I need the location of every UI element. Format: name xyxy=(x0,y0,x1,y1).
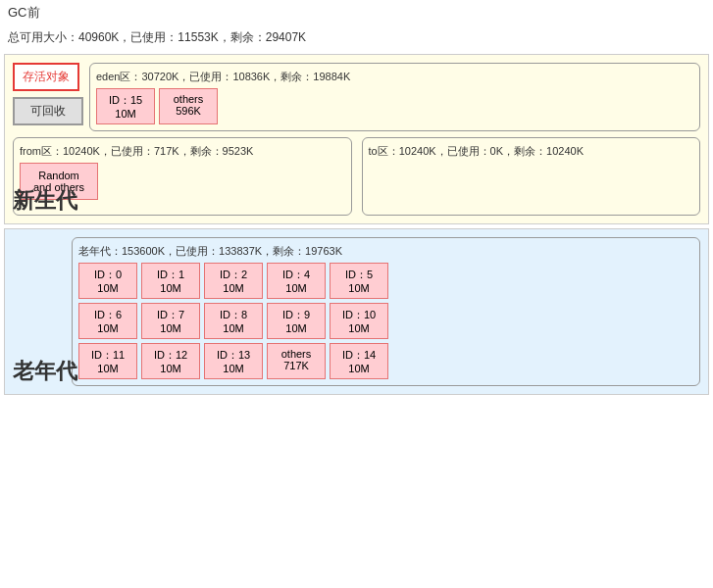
eden-cell-1: others 596K xyxy=(159,88,218,124)
old-cell-1-0: ID：6 10M xyxy=(78,303,137,339)
alive-button[interactable]: 存活对象 xyxy=(13,63,79,91)
to-title: to区：10240K，已使用：0K，剩余：10240K xyxy=(369,144,694,159)
old-cell-0-0: ID：0 10M xyxy=(78,263,137,299)
old-cell-2-0: ID：11 10M xyxy=(78,343,137,379)
eden-title: eden区：30720K，已使用：10836K，剩余：19884K xyxy=(96,70,693,84)
survivor-row: from区：10240K，已使用：717K，剩余：9523K Random an… xyxy=(13,137,700,216)
old-cell-2-2: ID：13 10M xyxy=(204,343,263,379)
young-gen-area: 存活对象 可回收 eden区：30720K，已使用：10836K，剩余：1988… xyxy=(4,54,709,224)
legend-area: 存活对象 可回收 xyxy=(13,63,83,125)
eden-row: 存活对象 可回收 eden区：30720K，已使用：10836K，剩余：1988… xyxy=(13,63,700,131)
eden-cell-0: ID：15 10M xyxy=(96,88,155,124)
old-cell-1-3: ID：9 10M xyxy=(267,303,326,339)
old-cell-1-2: ID：8 10M xyxy=(204,303,263,339)
eden-box: eden区：30720K，已使用：10836K，剩余：19884K ID：15 … xyxy=(89,63,700,131)
old-cell-2-3: others 717K xyxy=(267,343,326,379)
recyclable-button[interactable]: 可回收 xyxy=(13,97,83,125)
old-gen-content: 老年代：153600K，已使用：133837K，剩余：19763K ID：0 1… xyxy=(72,237,700,386)
old-gen-row-2: ID：11 10M ID：12 10M ID：13 10M others 717… xyxy=(78,343,693,379)
young-gen-label: 新生代 xyxy=(13,186,77,216)
page-title: GC前 xyxy=(0,0,713,25)
old-gen-row-1: ID：6 10M ID：7 10M ID：8 10M ID：9 10M ID：1… xyxy=(78,303,693,339)
old-cell-1-4: ID：10 10M xyxy=(330,303,388,339)
old-gen-title: 老年代：153600K，已使用：133837K，剩余：19763K xyxy=(78,244,693,259)
old-cell-0-4: ID：5 10M xyxy=(330,263,388,299)
old-gen-area: 老年代：153600K，已使用：133837K，剩余：19763K ID：0 1… xyxy=(4,228,709,395)
old-cell-2-1: ID：12 10M xyxy=(141,343,200,379)
old-gen-label: 老年代 xyxy=(13,357,77,386)
old-gen-row-0: ID：0 10M ID：1 10M ID：2 10M ID：4 10M ID：5 xyxy=(78,263,693,299)
eden-cells: ID：15 10M others 596K xyxy=(96,88,693,124)
old-cell-1-1: ID：7 10M xyxy=(141,303,200,339)
old-cell-2-4: ID：14 10M xyxy=(330,343,388,379)
total-info: 总可用大小：40960K，已使用：11553K，剩余：29407K xyxy=(0,25,713,50)
old-cell-0-3: ID：4 10M xyxy=(267,263,326,299)
old-region-box: 老年代：153600K，已使用：133837K，剩余：19763K ID：0 1… xyxy=(72,237,700,386)
from-title: from区：10240K，已使用：717K，剩余：9523K xyxy=(20,144,345,159)
old-cell-0-2: ID：2 10M xyxy=(204,263,263,299)
to-box: to区：10240K，已使用：0K，剩余：10240K xyxy=(362,137,701,216)
old-cell-0-1: ID：1 10M xyxy=(141,263,200,299)
